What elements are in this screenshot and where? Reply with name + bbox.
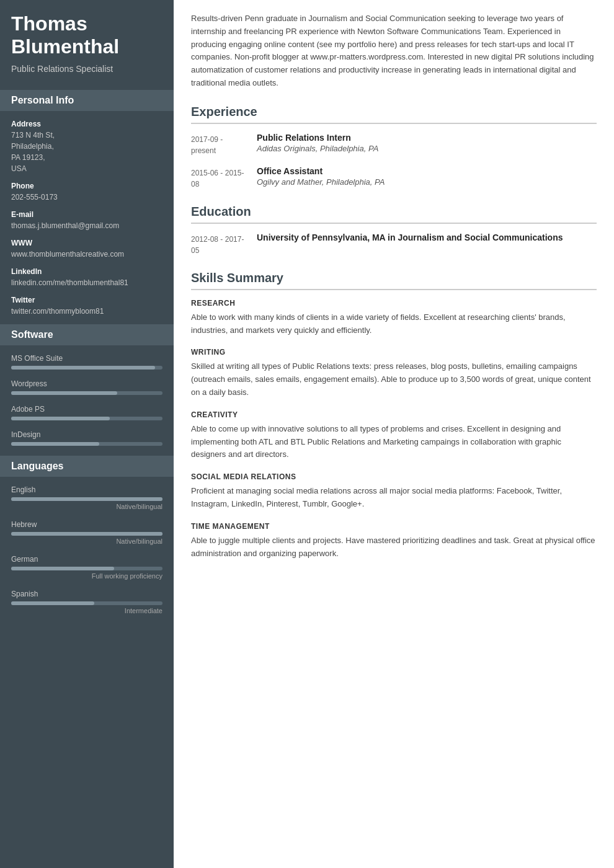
sidebar-job-title: Public Relations Specialist [11,63,162,76]
skill-summary-desc: Skilled at writing all types of Public R… [191,360,597,399]
skill-summary-item: CREATIVITY Able to come up with innovati… [191,410,597,461]
experience-content: Public Relations Intern Adidas Originals… [257,133,378,156]
language-item: Spanish Intermediate [11,590,162,614]
linkedin-label: LinkedIn [11,267,162,276]
skill-bar-bg [11,366,162,370]
experience-date: 2017-09 - present [191,133,247,156]
language-name: German [11,555,162,564]
skill-summary-label: TIME MANAGEMENT [191,522,597,531]
experience-title: Public Relations Intern [257,133,378,143]
skill-summary-desc: Able to work with many kinds of clients … [191,311,597,337]
skill-bar-fill [11,417,110,420]
twitter-label: Twitter [11,296,162,304]
skill-summary-item: WRITING Skilled at writing all types of … [191,348,597,399]
phone-value: 202-555-0173 [11,192,162,203]
lang-bar-fill [11,497,162,501]
skill-bar-bg [11,442,162,446]
language-proficiency: Full working proficiency [11,572,162,580]
lang-bar-fill [11,567,114,570]
www-label: WWW [11,239,162,247]
education-entry: 2012-08 - 2017-05 University of Pennsylv… [191,232,597,256]
skill-summary-label: RESEARCH [191,299,597,308]
experience-section: Experience 2017-09 - present Public Rela… [191,105,597,190]
lang-bar-bg [11,601,162,605]
skill-summary-item: RESEARCH Able to work with many kinds of… [191,299,597,337]
personal-info-heading: Personal Info [0,90,174,111]
languages-list: English Native/bilingual Hebrew Native/b… [11,485,162,614]
language-proficiency: Native/bilingual [11,503,162,510]
sidebar-name: Thomas Blumenthal [11,12,162,58]
language-name: Spanish [11,590,162,598]
language-item: Hebrew Native/bilingual [11,520,162,545]
language-proficiency: Intermediate [11,607,162,614]
experience-entry: 2017-09 - present Public Relations Inter… [191,133,597,156]
experience-heading: Experience [191,105,597,124]
email-label: E-mail [11,210,162,219]
skill-summary-desc: Able to juggle multiple clients and proj… [191,534,597,560]
experience-date: 2015-06 - 2015-08 [191,166,247,190]
skill-bar-fill [11,442,99,446]
phone-label: Phone [11,182,162,190]
skill-summary-label: SOCIAL MEDIA RELATIONS [191,472,597,481]
education-date: 2012-08 - 2017-05 [191,232,247,256]
education-heading: Education [191,205,597,224]
skills-section: Skills Summary RESEARCH Able to work wit… [191,271,597,560]
language-item: English Native/bilingual [11,485,162,510]
email-block: E-mail thomas.j.blumenthal@gmail.com [11,210,162,231]
software-skill-item: Adobe PS [11,405,162,420]
skill-summary-item: TIME MANAGEMENT Able to juggle multiple … [191,522,597,560]
skill-summary-desc: Proficient at managing social media rela… [191,485,597,511]
skill-summary-label: CREATIVITY [191,410,597,419]
lang-bar-bg [11,497,162,501]
twitter-block: Twitter twitter.com/thommybloom81 [11,296,162,317]
software-skill-name: Wordpress [11,379,162,388]
software-skill-item: MS Office Suite [11,354,162,370]
twitter-value: twitter.com/thommybloom81 [11,306,162,317]
lang-bar-fill [11,601,94,605]
experience-subtitle: Ogilvy and Mather, Philadelphia, PA [257,177,385,187]
experience-title: Office Assistant [257,166,385,176]
software-skills-list: MS Office Suite Wordpress Adobe PS InDes… [11,354,162,446]
software-skill-name: Adobe PS [11,405,162,414]
languages-heading: Languages [0,456,174,477]
skill-bar-bg [11,417,162,420]
main-content: Results-driven Penn graduate in Journali… [174,0,614,868]
software-skill-name: InDesign [11,430,162,439]
skill-bar-fill [11,391,117,395]
sidebar: Thomas Blumenthal Public Relations Speci… [0,0,174,868]
software-skill-item: Wordpress [11,379,162,395]
language-name: Hebrew [11,520,162,529]
lang-bar-bg [11,532,162,536]
lang-bar-bg [11,567,162,570]
linkedin-value: linkedin.com/me/thomblumenthal81 [11,277,162,288]
experience-content: Office Assistant Ogilvy and Mather, Phil… [257,166,385,190]
address-value: 713 N 4th St,Philadelphia,PA 19123,USA [11,130,162,174]
skill-bar-bg [11,391,162,395]
education-title: University of Pennsylvania, MA in Journa… [257,232,563,242]
education-section: Education 2012-08 - 2017-05 University o… [191,205,597,256]
www-value: www.thomblumenthalcreative.com [11,249,162,260]
skills-heading: Skills Summary [191,271,597,290]
software-skill-item: InDesign [11,430,162,446]
skill-summary-item: SOCIAL MEDIA RELATIONS Proficient at man… [191,472,597,511]
phone-block: Phone 202-555-0173 [11,182,162,203]
skill-bar-fill [11,366,155,370]
address-label: Address [11,120,162,128]
summary-text: Results-driven Penn graduate in Journali… [191,12,597,90]
email-value: thomas.j.blumenthal@gmail.com [11,220,162,231]
language-item: German Full working proficiency [11,555,162,580]
linkedin-block: LinkedIn linkedin.com/me/thomblumenthal8… [11,267,162,288]
address-block: Address 713 N 4th St,Philadelphia,PA 191… [11,120,162,174]
education-content: University of Pennsylvania, MA in Journa… [257,232,563,256]
education-list: 2012-08 - 2017-05 University of Pennsylv… [191,232,597,256]
skill-summary-desc: Able to come up with innovative solution… [191,423,597,461]
experience-list: 2017-09 - present Public Relations Inter… [191,133,597,190]
software-heading: Software [0,324,174,345]
www-block: WWW www.thomblumenthalcreative.com [11,239,162,260]
experience-entry: 2015-06 - 2015-08 Office Assistant Ogilv… [191,166,597,190]
software-skill-name: MS Office Suite [11,354,162,363]
lang-bar-fill [11,532,162,536]
language-name: English [11,485,162,494]
experience-subtitle: Adidas Originals, Philadelphia, PA [257,144,378,153]
skill-summary-label: WRITING [191,348,597,356]
